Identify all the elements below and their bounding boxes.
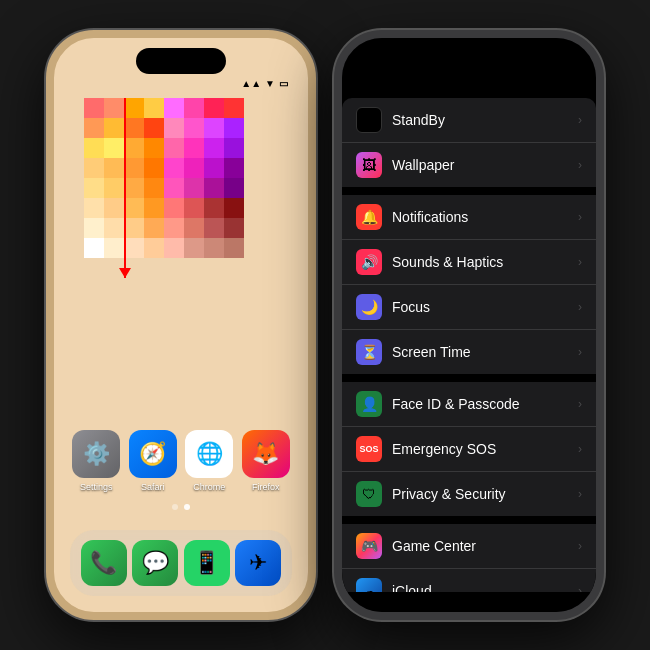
sounds-label: Sounds & Haptics [392, 254, 574, 270]
firefox-icon: 🦊 [242, 430, 290, 478]
wifi-icon: ▼ [265, 78, 275, 89]
chrome-label: Chrome [193, 482, 225, 492]
app-safari[interactable]: 🧭 Safari [129, 430, 177, 492]
settings-item-privacy[interactable]: 🛡 Privacy & Security › [342, 472, 596, 516]
sounds-icon: 🔊 [356, 249, 382, 275]
settings-list[interactable]: ⏱ StandBy › 🖼 Wallpaper › 🔔 Notification… [342, 98, 596, 592]
safari-icon: 🧭 [129, 430, 177, 478]
dock-phone[interactable]: 📞 [81, 540, 127, 586]
standby-chevron: › [578, 113, 582, 127]
gamecenter-icon: 🎮 [356, 533, 382, 559]
screentime-chevron: › [578, 345, 582, 359]
settings-group-1: 🔔 Notifications › 🔊 Sounds & Haptics › 🌙… [342, 195, 596, 374]
settings-item-faceid[interactable]: 👤 Face ID & Passcode › [342, 382, 596, 427]
page-dot-1 [172, 504, 178, 510]
dock-testflight[interactable]: ✈ [235, 540, 281, 586]
notifications-label: Notifications [392, 209, 574, 225]
dynamic-island-right [424, 48, 514, 74]
safari-label: Safari [141, 482, 165, 492]
dock-whatsapp[interactable]: 📱 [184, 540, 230, 586]
privacy-label: Privacy & Security [392, 486, 574, 502]
dock: 📞💬📱✈ [70, 530, 292, 596]
page-dot-2 [184, 504, 190, 510]
app-firefox[interactable]: 🦊 Firefox [242, 430, 290, 492]
gamecenter-chevron: › [578, 539, 582, 553]
page-dots [54, 504, 308, 510]
settings-title [342, 84, 596, 98]
dock-messages[interactable]: 💬 [132, 540, 178, 586]
dynamic-island-left [136, 48, 226, 74]
faceid-label: Face ID & Passcode [392, 396, 574, 412]
settings-group-0: ⏱ StandBy › 🖼 Wallpaper › [342, 98, 596, 187]
settings-label: Settings [80, 482, 113, 492]
privacy-chevron: › [578, 487, 582, 501]
app-row: ⚙️ Settings 🧭 Safari 🌐 Chrome 🦊 Firefox [54, 430, 308, 492]
wallpaper-label: Wallpaper [392, 157, 574, 173]
standby-label: StandBy [392, 112, 574, 128]
right-phone: ▲▲ ▼ ▭ ⏱ StandBy › 🖼 Wallpaper › 🔔 Notif… [334, 30, 604, 620]
notifications-icon: 🔔 [356, 204, 382, 230]
wallpaper-art [84, 98, 244, 258]
sos-label: Emergency SOS [392, 441, 574, 457]
wallpaper-icon: 🖼 [356, 152, 382, 178]
focus-label: Focus [392, 299, 574, 315]
settings-icon: ⚙️ [72, 430, 120, 478]
faceid-icon: 👤 [356, 391, 382, 417]
chrome-icon: 🌐 [185, 430, 233, 478]
app-settings[interactable]: ⚙️ Settings [72, 430, 120, 492]
settings-item-gamecenter[interactable]: 🎮 Game Center › [342, 524, 596, 569]
settings-item-icloud[interactable]: ☁ iCloud › [342, 569, 596, 592]
standby-icon: ⏱ [356, 107, 382, 133]
settings-item-sos[interactable]: SOS Emergency SOS › [342, 427, 596, 472]
sos-chevron: › [578, 442, 582, 456]
signal-icon: ▲▲ [241, 78, 261, 89]
sos-icon: SOS [356, 436, 382, 462]
focus-icon: 🌙 [356, 294, 382, 320]
icloud-chevron: › [578, 584, 582, 592]
settings-item-standby[interactable]: ⏱ StandBy › [342, 98, 596, 143]
battery-icon: ▭ [279, 78, 288, 89]
settings-item-notifications[interactable]: 🔔 Notifications › [342, 195, 596, 240]
arrow-indicator [124, 98, 126, 278]
screentime-icon: ⏳ [356, 339, 382, 365]
wallpaper-chevron: › [578, 158, 582, 172]
status-icons-left: ▲▲ ▼ ▭ [241, 78, 288, 89]
focus-chevron: › [578, 300, 582, 314]
settings-group-3: 🎮 Game Center › ☁ iCloud › 💳 Wallet & Ap… [342, 524, 596, 592]
app-chrome[interactable]: 🌐 Chrome [185, 430, 233, 492]
status-bar-left: ▲▲ ▼ ▭ [54, 74, 308, 89]
settings-screen: ⏱ StandBy › 🖼 Wallpaper › 🔔 Notification… [342, 38, 596, 612]
screentime-label: Screen Time [392, 344, 574, 360]
notifications-chevron: › [578, 210, 582, 224]
gamecenter-label: Game Center [392, 538, 574, 554]
firefox-label: Firefox [252, 482, 280, 492]
settings-group-2: 👤 Face ID & Passcode › SOS Emergency SOS… [342, 382, 596, 516]
sounds-chevron: › [578, 255, 582, 269]
settings-item-screentime[interactable]: ⏳ Screen Time › [342, 330, 596, 374]
icloud-label: iCloud [392, 583, 574, 592]
privacy-icon: 🛡 [356, 481, 382, 507]
settings-item-sounds[interactable]: 🔊 Sounds & Haptics › [342, 240, 596, 285]
settings-item-wallpaper[interactable]: 🖼 Wallpaper › [342, 143, 596, 187]
settings-item-focus[interactable]: 🌙 Focus › [342, 285, 596, 330]
faceid-chevron: › [578, 397, 582, 411]
icloud-icon: ☁ [356, 578, 382, 592]
left-phone: ▲▲ ▼ ▭ ⚙️ Settings 🧭 Safari 🌐 Chrome 🦊 F… [46, 30, 316, 620]
